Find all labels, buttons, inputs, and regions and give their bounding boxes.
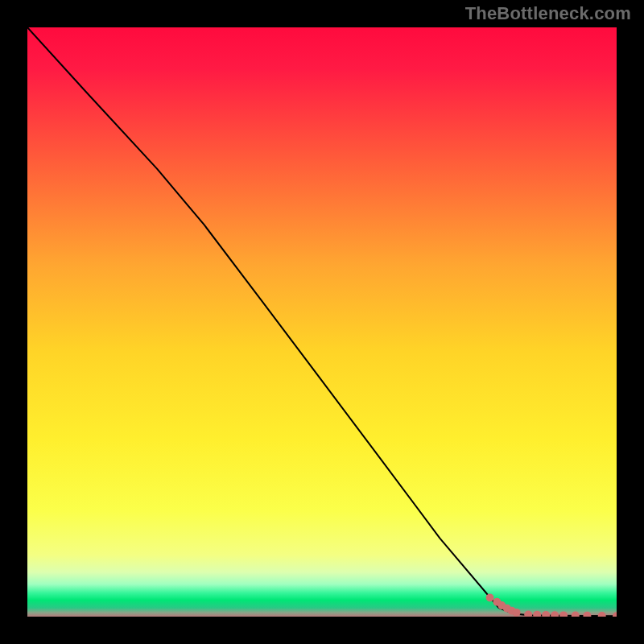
marker-dot xyxy=(513,609,521,617)
chart-svg xyxy=(27,27,617,617)
chart-plot xyxy=(27,27,617,617)
gradient-background xyxy=(27,27,617,617)
chart-frame: TheBottleneck.com xyxy=(0,0,644,644)
marker-dot xyxy=(486,594,494,602)
watermark-label: TheBottleneck.com xyxy=(465,3,631,24)
